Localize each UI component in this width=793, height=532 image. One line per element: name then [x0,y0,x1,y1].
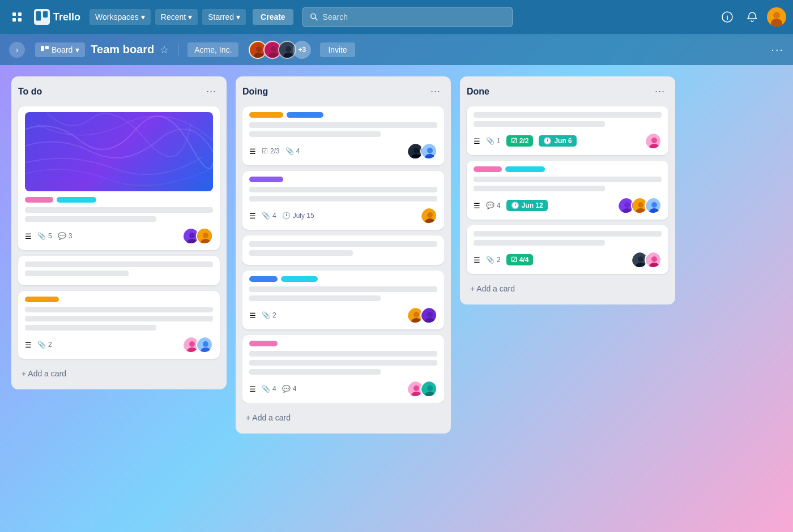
card-footer: ☰ 📎 5 💬 3 [25,228,213,244]
svg-point-41 [427,148,433,153]
due-date-badge: 🕐 Jun 12 [506,200,548,211]
grid-menu-button[interactable] [7,7,27,27]
card-todo-3-labels [25,297,213,302]
svg-rect-5 [36,11,41,21]
search-input[interactable] [323,12,505,22]
star-button[interactable]: ☆ [160,44,169,56]
card-text-line [25,261,213,267]
search-bar [302,7,513,27]
label-cyan [505,166,545,172]
card-todo-1-labels [25,197,213,203]
card-done-3[interactable]: ☰ 📎 2 ☑ 4/4 [467,225,668,274]
card-todo-3[interactable]: ☰ 📎 2 [18,291,220,359]
card-doing-5[interactable]: ☰ 📎 4 💬 4 [242,335,444,403]
checklist-count: 2/3 [270,147,280,155]
label-purple [249,177,283,182]
card-todo-1[interactable]: ☰ 📎 5 💬 3 [18,106,220,250]
column-done-title: Done [467,87,489,97]
card-avatar-2[interactable] [420,307,437,324]
recent-menu-button[interactable]: Recent ▾ [155,9,198,25]
card-avatar-2[interactable] [645,251,662,268]
card-text-line [25,271,129,276]
card-avatar-2[interactable] [420,380,437,397]
svg-point-56 [427,385,433,391]
card-footer: ☰ 📎 2 ☑ 4/4 [474,251,662,268]
label-yellow [249,112,283,118]
invite-button[interactable]: Invite [320,42,355,57]
comment-icon: 💬 [282,385,291,393]
card-avatar-2[interactable] [420,143,437,160]
clock-icon: 🕐 [543,137,552,145]
card-avatar-1[interactable] [645,132,662,149]
attachment-icon: 📎 [285,147,294,155]
board-header: › Board ▾ Team board ☆ Acme, Inc. +3 Inv… [0,34,793,65]
create-button[interactable]: Create [253,9,293,25]
checklist-meta: ☑ 2/3 [262,147,280,155]
attachments-meta: 📎 2 [262,311,276,319]
description-icon: ☰ [25,232,32,241]
notifications-button[interactable] [742,7,762,27]
card-avatar-2[interactable] [196,228,213,244]
svg-point-32 [189,341,195,347]
card-text-line [25,325,156,331]
trello-logo[interactable]: Trello [34,9,80,25]
column-doing-menu-button[interactable]: ··· [427,84,444,98]
add-card-button-doing[interactable]: + Add a card [242,409,444,427]
workspaces-menu-button[interactable]: Workspaces ▾ [89,9,151,25]
description-icon: ☰ [249,212,256,220]
attachment-count: 2 [272,311,276,319]
attachments-meta: 📎 5 [37,232,52,240]
svg-rect-2 [12,18,16,22]
board-more-button[interactable]: ··· [771,43,784,56]
column-doing-header: Doing ··· [242,83,444,101]
attachment-count: 4 [272,385,276,393]
card-done-2-labels [474,166,662,172]
card-done-1[interactable]: ☰ 📎 1 ☑ 2/2 🕐 Jun 6 [467,106,668,155]
add-card-button-todo[interactable]: + Add a card [18,364,220,383]
card-text-line [249,196,437,201]
svg-rect-6 [43,11,48,18]
column-done-menu-button[interactable]: ··· [651,84,668,98]
attachments-meta: 📎 4 [262,212,276,220]
checklist-badge: ☑ 4/4 [506,254,534,265]
card-doing-1[interactable]: ☰ ☑ 2/3 📎 4 [242,106,444,165]
svg-point-29 [203,233,208,238]
sidebar-toggle-button[interactable]: › [9,42,25,58]
comments-meta: 💬 4 [282,385,297,393]
clock-icon: 🕐 [511,201,519,209]
card-doing-2[interactable]: ☰ 📎 4 🕐 July 15 [242,171,444,230]
card-avatar-1[interactable] [420,207,437,224]
card-text-line [474,121,605,127]
card-avatar-2[interactable] [196,336,213,353]
starred-menu-button[interactable]: Starred ▾ [202,9,246,25]
svg-point-74 [651,256,657,262]
card-avatar-3[interactable] [645,197,662,214]
due-date-meta: 🕐 July 15 [282,212,314,220]
divider [178,43,178,57]
member-count-badge[interactable]: +3 [293,41,311,59]
card-doing-3[interactable] [242,235,444,265]
comment-icon: 💬 [486,201,494,209]
label-cyan [57,197,96,203]
column-todo-menu-button[interactable]: ··· [203,84,220,98]
card-todo-2[interactable] [18,256,220,285]
svg-rect-1 [18,12,22,16]
attachment-icon: 📎 [486,137,494,145]
svg-point-68 [651,202,657,208]
board-view-button[interactable]: Board ▾ [35,42,85,57]
card-avatars [182,228,213,244]
svg-point-20 [271,46,276,52]
svg-point-26 [189,233,195,238]
attachment-icon: 📎 [262,311,270,319]
card-text-line [474,177,662,182]
card-footer: ☰ 📎 4 🕐 July 15 [249,207,437,224]
user-avatar[interactable] [767,7,786,27]
card-text-line [25,216,156,222]
add-card-button-done[interactable]: + Add a card [467,280,668,298]
info-button[interactable]: i [717,7,737,27]
card-done-2[interactable]: ☰ 💬 4 🕐 Jun 12 [467,161,668,220]
card-doing-4[interactable]: ☰ 📎 2 [242,271,444,329]
svg-rect-14 [41,46,44,51]
label-yellow [25,297,59,302]
workspace-button[interactable]: Acme, Inc. [187,42,238,57]
